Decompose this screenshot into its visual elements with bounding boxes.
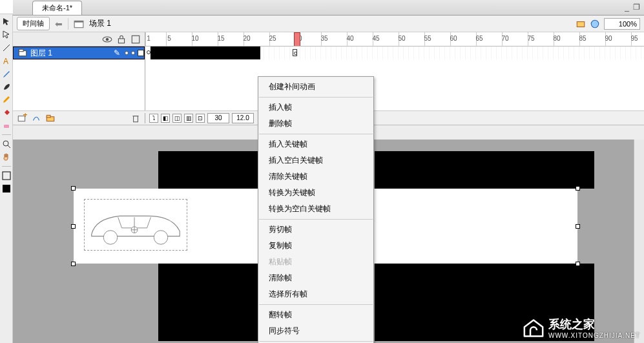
hand-tool-icon[interactable]	[1, 152, 12, 162]
minimize-icon[interactable]: _	[625, 3, 629, 12]
svg-rect-5	[3, 172, 10, 180]
menu-clear-keyframe[interactable]: 清除关键帧	[258, 169, 373, 185]
brush-tool-icon[interactable]	[1, 81, 12, 92]
menu-remove-frame[interactable]: 删除帧	[258, 116, 373, 132]
layer-lock-dot[interactable]	[131, 51, 135, 55]
add-folder-icon[interactable]	[45, 113, 56, 123]
menu-create-tween[interactable]: 创建补间动画	[258, 79, 373, 95]
menu-sync-symbols[interactable]: 同步符号	[258, 323, 373, 339]
scene-label[interactable]: 场景 1	[89, 18, 111, 29]
menu-cut-frames[interactable]: 剪切帧	[258, 222, 373, 238]
frame-span[interactable]	[151, 47, 260, 59]
menu-copy-frames[interactable]: 复制帧	[258, 238, 373, 254]
menu-select-all-frames[interactable]: 选择所有帧	[258, 286, 373, 302]
watermark-title: 系统之家	[548, 317, 640, 332]
playhead[interactable]	[294, 32, 300, 46]
edit-multiple-icon[interactable]: ▥	[184, 114, 193, 123]
svg-rect-9	[577, 21, 584, 26]
timeline-toggle-button[interactable]: 时间轴	[17, 17, 50, 30]
menu-reverse-frames[interactable]: 翻转帧	[258, 307, 373, 323]
frames-area[interactable]	[145, 47, 644, 110]
svg-point-25	[154, 231, 167, 244]
menu-insert-blank-keyframe[interactable]: 插入空白关键帧	[258, 152, 373, 169]
eye-column-icon[interactable]	[102, 34, 112, 45]
svg-rect-14	[132, 36, 139, 43]
edit-symbols-icon[interactable]	[590, 19, 600, 29]
document-tab-bar: 未命名-1* _ ❐	[13, 0, 644, 16]
current-frame-field[interactable]: 30	[207, 113, 229, 123]
menu-paste-frames: 粘贴帧	[258, 254, 373, 270]
pencil-tool-icon[interactable]	[1, 94, 12, 105]
onion-skin-icon[interactable]: ◧	[161, 114, 170, 123]
layer-panel: 图层 1 ✎	[13, 47, 145, 110]
scene-icon	[74, 19, 84, 29]
zoom-tool-icon[interactable]	[1, 139, 12, 149]
bucket-tool-icon[interactable]	[1, 107, 12, 118]
layer-outline-swatch[interactable]	[138, 50, 144, 56]
layer-name: 图层 1	[30, 48, 52, 59]
keyframe-end[interactable]	[293, 49, 297, 56]
svg-rect-16	[19, 49, 23, 51]
outline-column-icon[interactable]	[130, 34, 141, 45]
watermark-logo-icon	[523, 318, 545, 338]
svg-line-4	[8, 145, 10, 148]
maximize-icon[interactable]: ❐	[633, 3, 640, 12]
svg-text:A: A	[3, 57, 8, 65]
vertical-scrollbar[interactable]	[634, 140, 644, 343]
window-controls: _ ❐	[625, 3, 640, 12]
back-icon[interactable]: ⬅	[55, 19, 63, 29]
stroke-swatch-icon[interactable]	[1, 171, 12, 181]
fps-field[interactable]: 12.0	[232, 113, 254, 123]
onion-markers-icon[interactable]: ⊡	[196, 114, 205, 123]
svg-point-3	[3, 141, 8, 146]
eraser-tool-icon[interactable]	[1, 120, 12, 130]
svg-rect-20	[47, 115, 50, 117]
layer-row[interactable]: 图层 1 ✎	[13, 47, 145, 59]
svg-point-10	[591, 20, 598, 27]
layer-icon	[17, 48, 28, 58]
frame-ruler[interactable]: 1510152025303540455055606570758085909510…	[145, 32, 644, 46]
edit-scene-icon[interactable]	[576, 19, 586, 29]
timeline-header: 1510152025303540455055606570758085909510…	[13, 32, 644, 47]
add-layer-icon[interactable]: +	[17, 113, 27, 123]
zoom-input[interactable]: 100%	[604, 18, 640, 30]
layer-script-icon: ✎	[112, 48, 122, 58]
menu-insert-keyframe[interactable]: 插入关键帧	[258, 136, 373, 152]
document-tab[interactable]: 未命名-1*	[32, 1, 82, 15]
tools-panel: A	[0, 14, 13, 343]
menu-convert-blank-keyframe[interactable]: 转换为空白关键帧	[258, 201, 373, 217]
svg-rect-8	[74, 21, 83, 22]
svg-line-0	[3, 45, 10, 51]
center-frame-icon[interactable]: ⤵	[149, 114, 158, 123]
menu-clear-frames[interactable]: 清除帧	[258, 270, 373, 286]
subselect-tool-icon[interactable]	[1, 30, 12, 40]
pen-tool-icon[interactable]	[1, 68, 12, 79]
line-tool-icon[interactable]	[1, 43, 12, 53]
menu-insert-frame[interactable]: 插入帧	[258, 99, 373, 116]
keyframe-start[interactable]	[147, 50, 151, 54]
svg-point-24	[103, 231, 117, 244]
onion-outline-icon[interactable]: ◫	[172, 114, 182, 123]
layer-column-header	[13, 32, 145, 46]
watermark: 系统之家 WWW.XITONGZHIJIA.NET	[523, 317, 640, 339]
delete-layer-icon[interactable]	[130, 113, 141, 123]
svg-point-12	[106, 37, 109, 41]
frame-context-menu: 创建补间动画 插入帧 删除帧 插入关键帧 插入空白关键帧 清除关键帧 转换为关键…	[258, 76, 374, 343]
lock-column-icon[interactable]	[116, 34, 127, 45]
svg-rect-21	[134, 116, 138, 121]
menu-convert-keyframe[interactable]: 转换为关键帧	[258, 185, 373, 201]
watermark-url: WWW.XITONGZHIJIA.NET	[548, 332, 640, 339]
scene-bar: 时间轴 ⬅ 场景 1 100%	[13, 16, 644, 32]
fill-swatch-icon[interactable]	[1, 183, 12, 194]
add-guide-layer-icon[interactable]	[31, 113, 41, 123]
svg-rect-6	[3, 185, 10, 192]
svg-text:+: +	[23, 113, 27, 120]
layer-visible-dot[interactable]	[125, 51, 129, 55]
selection-tool-icon[interactable]	[1, 17, 12, 27]
text-tool-icon[interactable]: A	[1, 56, 12, 66]
car-symbol[interactable]	[84, 199, 187, 251]
svg-rect-2	[4, 125, 9, 128]
svg-rect-13	[118, 38, 124, 43]
